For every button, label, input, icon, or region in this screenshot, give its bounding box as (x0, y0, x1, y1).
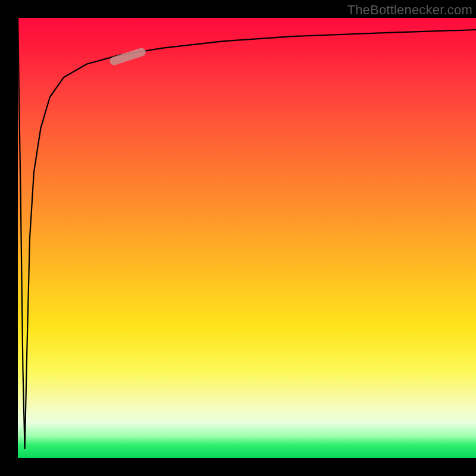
chart-frame: TheBottlenecker.com (0, 0, 476, 476)
plot-area (18, 18, 476, 458)
curve-highlight-marker (114, 52, 142, 61)
curve-layer (18, 18, 476, 458)
bottleneck-curve-path (18, 18, 476, 449)
credit-label: TheBottlenecker.com (347, 2, 472, 18)
